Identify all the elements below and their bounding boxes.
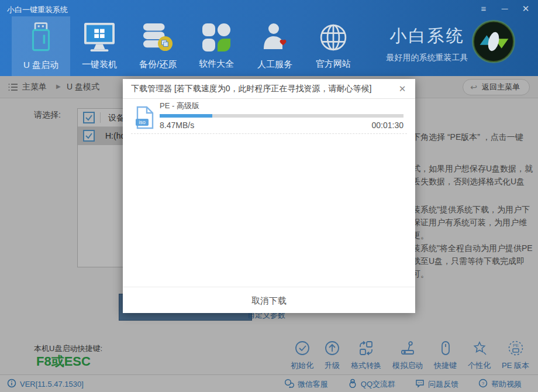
usb-drive-icon xyxy=(27,22,54,56)
clover-apps-icon xyxy=(202,23,231,54)
iso-badge-text: iso xyxy=(139,119,146,125)
nav-item-backup-restore[interactable]: 备份/还原 xyxy=(129,16,187,76)
minimize-icon[interactable]: ─ xyxy=(498,2,511,15)
monitor-icon xyxy=(84,22,115,55)
nav-label: 人工服务 xyxy=(257,59,292,70)
dialog-close-icon[interactable]: ✕ xyxy=(396,83,408,95)
globe-icon xyxy=(319,23,348,54)
brand-logo-icon xyxy=(471,19,516,64)
dialog-title: 下载管理器 [若下载速度为0，此时程序正在寻找资源，请耐心等候] xyxy=(131,84,371,94)
brand-tagline: 最好用的系统重装工具 xyxy=(379,53,475,63)
window-controls: ≡ ─ ✕ xyxy=(477,2,532,15)
nav-label: 一键装机 xyxy=(82,59,117,70)
download-progress-fill xyxy=(160,114,212,118)
download-file-name: PE - 高级版 xyxy=(160,101,199,111)
app-window: 小白一键重装系统 ≡ ─ ✕ U 盘启动 xyxy=(0,0,538,392)
backup-disks-icon xyxy=(142,22,174,55)
dashed-divider xyxy=(131,133,407,134)
nav-item-support[interactable]: 人工服务 xyxy=(246,16,304,76)
download-time-remaining: 00:01:30 xyxy=(372,121,404,130)
main-nav: U 盘启动 一键装机 xyxy=(12,16,363,76)
nav-item-software[interactable]: 软件大全 xyxy=(187,16,246,76)
header: 小白一键重装系统 ≡ ─ ✕ U 盘启动 xyxy=(0,0,538,76)
download-speed: 8.47MB/s xyxy=(160,121,194,130)
nav-label: 软件大全 xyxy=(199,59,234,70)
person-heart-icon xyxy=(261,22,288,55)
menu-icon[interactable]: ≡ xyxy=(477,2,490,15)
dialog-title-bar: 下载管理器 [若下载速度为0，此时程序正在寻找资源，请耐心等候] ✕ xyxy=(123,79,415,99)
nav-label: U 盘启动 xyxy=(23,60,58,71)
app-title: 小白一键重装系统 xyxy=(7,5,68,15)
nav-item-usb-boot[interactable]: U 盘启动 xyxy=(12,16,70,76)
brand-name: 小白系统 xyxy=(379,25,475,48)
dialog-footer: 取消下载 xyxy=(123,287,415,313)
nav-item-one-click-install[interactable]: 一键装机 xyxy=(70,16,129,76)
brand: 小白系统 最好用的系统重装工具 xyxy=(379,25,475,63)
cancel-download-button[interactable]: 取消下载 xyxy=(123,287,415,314)
download-progress-bar xyxy=(160,114,403,118)
nav-label: 官方网站 xyxy=(316,59,351,70)
nav-item-website[interactable]: 官方网站 xyxy=(304,16,363,76)
iso-file-icon: iso xyxy=(136,106,154,132)
download-manager-dialog: 下载管理器 [若下载速度为0，此时程序正在寻找资源，请耐心等候] ✕ iso P… xyxy=(123,79,415,313)
nav-label: 备份/还原 xyxy=(139,59,177,70)
close-icon[interactable]: ✕ xyxy=(519,2,532,15)
